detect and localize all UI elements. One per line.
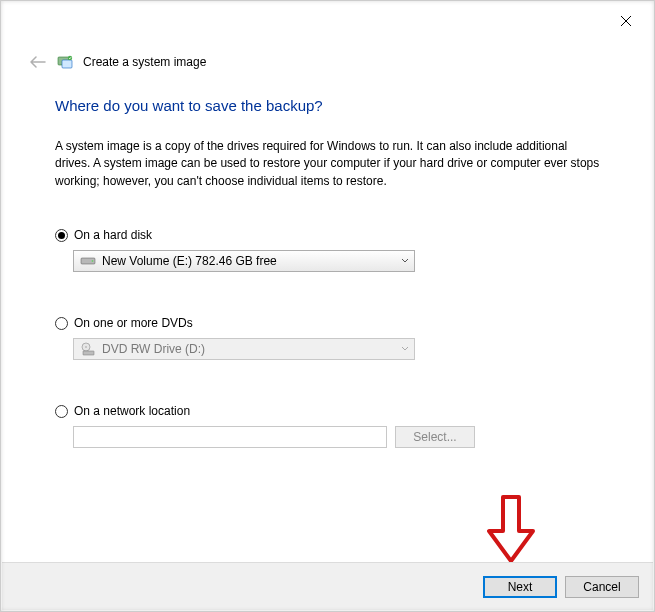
select-network-button-label: Select... <box>413 430 456 444</box>
radio-hard-disk[interactable] <box>55 229 68 242</box>
chevron-down-icon <box>396 346 414 352</box>
back-button[interactable] <box>29 53 47 71</box>
back-arrow-icon <box>30 56 46 68</box>
select-network-button: Select... <box>395 426 475 448</box>
content-area: Where do you want to save the backup? A … <box>55 97 601 448</box>
hard-disk-drive-value: New Volume (E:) 782.46 GB free <box>102 254 396 268</box>
option-dvd-row[interactable]: On one or more DVDs <box>55 316 601 330</box>
page-description: A system image is a copy of the drives r… <box>55 138 601 190</box>
svg-rect-3 <box>62 60 72 68</box>
close-button[interactable] <box>606 7 646 35</box>
option-hard-disk-row[interactable]: On a hard disk <box>55 228 601 242</box>
svg-point-8 <box>85 346 87 348</box>
system-image-icon <box>57 54 73 70</box>
option-hard-disk-label: On a hard disk <box>74 228 152 242</box>
option-dvd-label: On one or more DVDs <box>74 316 193 330</box>
option-dvd: On one or more DVDs DVD RW Drive (D:) <box>55 316 601 360</box>
hard-disk-drive-combo[interactable]: New Volume (E:) 782.46 GB free <box>73 250 415 272</box>
disc-drive-icon <box>80 342 96 356</box>
option-network-row[interactable]: On a network location <box>55 404 601 418</box>
close-icon <box>620 15 632 27</box>
next-button-label: Next <box>508 580 533 594</box>
footer: Next Cancel <box>2 562 653 610</box>
window-title: Create a system image <box>83 55 206 69</box>
annotation-arrow-icon <box>481 493 541 565</box>
hard-drive-icon <box>80 254 96 268</box>
page-heading: Where do you want to save the backup? <box>55 97 601 114</box>
wizard-window: Create a system image Where do you want … <box>0 0 655 612</box>
cancel-button[interactable]: Cancel <box>565 576 639 598</box>
option-hard-disk: On a hard disk New Volume (E:) 782.46 GB… <box>55 228 601 272</box>
header: Create a system image <box>29 53 206 71</box>
dvd-drive-combo: DVD RW Drive (D:) <box>73 338 415 360</box>
option-network-label: On a network location <box>74 404 190 418</box>
radio-network[interactable] <box>55 405 68 418</box>
option-network: On a network location Select... <box>55 404 601 448</box>
network-path-input <box>73 426 387 448</box>
next-button[interactable]: Next <box>483 576 557 598</box>
cancel-button-label: Cancel <box>583 580 620 594</box>
dvd-drive-value: DVD RW Drive (D:) <box>102 342 396 356</box>
svg-point-6 <box>92 260 94 262</box>
svg-rect-9 <box>83 351 94 355</box>
chevron-down-icon <box>396 258 414 264</box>
radio-dvd[interactable] <box>55 317 68 330</box>
